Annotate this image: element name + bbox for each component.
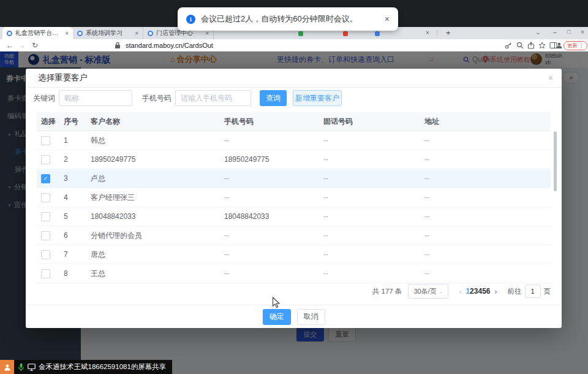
key-icon[interactable] [505, 42, 512, 49]
page-number[interactable]: 2 [470, 287, 474, 296]
add-customer-button[interactable]: 新增重要客户 [293, 90, 342, 106]
window-maximize-icon[interactable]: □ [567, 29, 570, 35]
row-checkbox[interactable] [41, 250, 50, 259]
notification-text: 会议已超过2人，自动转为60分钟限时会议。 [201, 13, 380, 25]
page-size-select[interactable]: 30条/页 ⌄ [408, 284, 448, 299]
tab-close-icon[interactable]: × [205, 30, 209, 37]
page-size-value: 30条/页 [413, 287, 436, 296]
row-select-cell [37, 136, 64, 145]
browser-tab[interactable]: 礼盒营销平台管理中心× [2, 27, 73, 39]
table-row[interactable]: 21895024977518950249775---- [37, 150, 551, 169]
table-row[interactable]: 6分销代理的会员------ [37, 226, 551, 245]
phone-cell: 18048842033 [224, 212, 323, 221]
column-header: 手机号码 [224, 116, 323, 127]
customer-name-cell: 唐总 [91, 250, 224, 260]
tab-close-icon[interactable]: × [135, 30, 138, 37]
modal-footer: 确定 取消 [26, 305, 562, 328]
row-checkbox[interactable] [41, 155, 50, 164]
address-cell: -- [424, 212, 551, 221]
landline-cell: -- [323, 250, 424, 259]
cancel-button[interactable]: 取消 [297, 309, 325, 325]
landline-cell: -- [323, 231, 424, 240]
table-scrollbar[interactable] [554, 131, 557, 191]
pagination-total: 共 177 条 [372, 287, 402, 296]
row-index-cell: 1 [64, 136, 91, 145]
modal-title: 选择重要客户 [38, 69, 88, 87]
window-menu-icon[interactable]: ⌄ [535, 29, 540, 36]
table-row[interactable]: ✓3卢总------ [37, 169, 551, 188]
row-select-cell [37, 250, 64, 259]
tab-favicon-icon [148, 31, 153, 36]
lock-icon [115, 42, 121, 49]
reload-icon[interactable]: ↻ [32, 39, 38, 52]
row-index-cell: 7 [64, 250, 91, 259]
table-row[interactable]: 4客户经理张三------ [37, 188, 551, 207]
address-cell: -- [424, 193, 551, 202]
chevron-down-icon: ⌄ [439, 289, 443, 294]
table-header-row: 选择序号客户名称手机号码固话号码地址 [37, 112, 551, 131]
share-bar-text: 金禾通技术王斌18662591081的屏幕共享 [39, 362, 166, 372]
new-tab-button[interactable]: + [446, 28, 451, 37]
page-number[interactable]: 5 [482, 287, 486, 296]
prev-page-icon[interactable]: ‹ [454, 287, 466, 296]
share-icon[interactable] [527, 42, 535, 49]
modal-header: 选择重要客户 × [26, 69, 562, 88]
zoom-icon[interactable] [516, 42, 524, 49]
row-index-cell: 3 [64, 174, 91, 183]
profile-icon[interactable] [556, 42, 563, 49]
notification-close-icon[interactable]: × [385, 14, 390, 24]
landline-cell: -- [323, 136, 424, 145]
landline-cell: -- [323, 193, 424, 202]
landline-cell: -- [323, 269, 424, 278]
column-header: 客户名称 [91, 116, 224, 127]
microphone-icon [18, 363, 24, 372]
row-checkbox[interactable] [41, 136, 50, 145]
phone-input[interactable] [175, 90, 251, 106]
row-checkbox[interactable] [41, 231, 50, 240]
phone-cell: -- [224, 193, 323, 202]
tab-title: 系统培训学习 [86, 29, 132, 37]
window-close-icon[interactable]: × [581, 29, 584, 36]
table-row[interactable]: 7唐总------ [37, 245, 551, 264]
tab-separator: | [436, 29, 438, 36]
update-button[interactable]: 更新 ⋮ [564, 41, 587, 50]
window-minimize-icon[interactable]: – [553, 29, 557, 36]
goto-page-input[interactable] [525, 284, 541, 298]
modal-close-icon[interactable]: × [548, 73, 553, 83]
forward-icon[interactable]: → [18, 39, 26, 52]
customer-name-cell: 客户经理张三 [91, 193, 224, 203]
address-cell: -- [424, 231, 551, 240]
row-checkbox[interactable]: ✓ [41, 174, 50, 183]
row-select-cell [37, 212, 64, 221]
row-checkbox[interactable] [41, 269, 50, 278]
page-number[interactable]: 6 [486, 287, 491, 296]
table-row[interactable]: 51804884203318048842033---- [37, 207, 551, 226]
column-header: 固话号码 [323, 116, 424, 127]
address-cell: -- [424, 250, 551, 259]
browser-toolbar: ← → ↻ standard.maboy.cn/CardsOut 更新 ⋮ [0, 39, 588, 52]
covered-tab-close-icon[interactable]: × [426, 29, 429, 36]
next-page-icon[interactable]: › [491, 287, 502, 296]
browser-tab[interactable]: 系统培训学习× [73, 27, 143, 39]
tab-close-icon[interactable]: × [65, 30, 69, 37]
row-checkbox[interactable] [41, 212, 50, 221]
keyword-input[interactable] [59, 90, 132, 106]
row-select-cell: ✓ [37, 174, 64, 183]
covered-tab-favicon-icon [343, 31, 348, 36]
confirm-button[interactable]: 确定 [263, 309, 291, 325]
select-customer-modal: 选择重要客户 × 关键词 手机号码 查询 新增重要客户 选择序号客户名称手机号码… [26, 69, 562, 328]
bookmark-star-icon[interactable] [538, 42, 546, 49]
query-button[interactable]: 查询 [260, 90, 287, 106]
row-checkbox[interactable] [41, 193, 50, 202]
table-row[interactable]: 8王总------ [37, 264, 551, 283]
url-text[interactable]: standard.maboy.cn/CardsOut [126, 39, 213, 52]
address-cell: -- [424, 136, 551, 145]
screen-share-bar: 金禾通技术王斌18662591081的屏幕共享 [0, 360, 172, 374]
table-row[interactable]: 1韩总------ [37, 131, 551, 150]
tab-title: 礼盒营销平台管理中心 [15, 29, 62, 37]
address-cell: -- [424, 174, 551, 183]
back-icon[interactable]: ← [6, 39, 13, 52]
pagination: 共 177 条 30条/页 ⌄ ‹ 123456 › 前往 页 [372, 284, 551, 299]
phone-cell: -- [224, 250, 323, 259]
meeting-notification: i 会议已超过2人，自动转为60分钟限时会议。 × [178, 7, 398, 31]
